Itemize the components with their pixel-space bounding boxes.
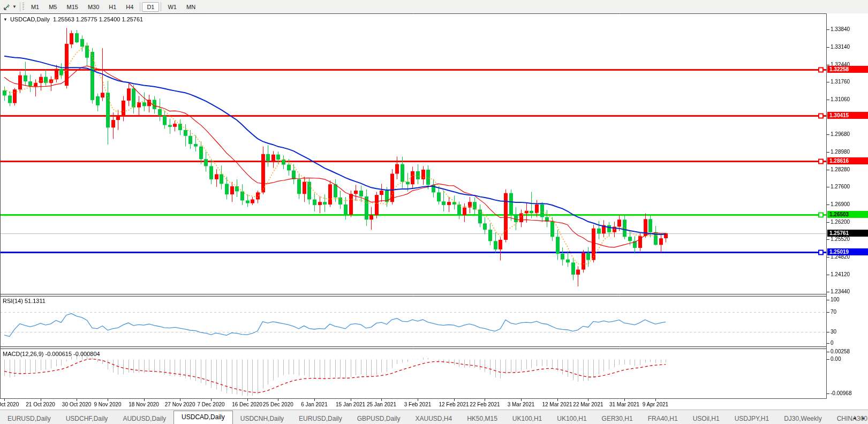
date-tick-label: 12 Feb 2021 bbox=[439, 402, 469, 407]
macd-level-label: -0.00968 bbox=[831, 390, 851, 396]
chart-tab-usdcnh-daily[interactable]: USDCNH,Daily bbox=[233, 413, 291, 424]
chart-tab-usoil-h1[interactable]: USOil,H1 bbox=[685, 413, 727, 424]
macd-indicator-label: MACD(12,26,9) -0.000615 -0.000804 bbox=[3, 351, 100, 357]
date-tick-label: 7 Dec 2020 bbox=[197, 402, 224, 407]
date-tick-label: 3 Feb 2021 bbox=[404, 402, 432, 407]
timeframe-toolbar: ▼ M1M5M15M30H1H4D1W1MN bbox=[0, 0, 868, 13]
price-level-badge: 1.30415 bbox=[827, 112, 868, 119]
chart-tab-ger30-h1[interactable]: GER30,H1 bbox=[594, 413, 640, 424]
chart-tab-uk100-h1[interactable]: UK100,H1 bbox=[505, 413, 549, 424]
chart-tab-usdchf-daily[interactable]: USDCHF,Daily bbox=[58, 413, 116, 424]
price-tick-label: 1.28280 bbox=[831, 166, 850, 172]
chart-ohlc-values: 1.25563 1.25775 1.25400 1.25761 bbox=[50, 16, 143, 22]
date-tick-label: 16 Dec 2020 bbox=[232, 402, 262, 407]
timeframe-button-h1[interactable]: H1 bbox=[104, 2, 121, 12]
rsi-level-label: 100 bbox=[831, 297, 840, 302]
toolbar-separator bbox=[161, 2, 161, 11]
timeframe-button-d1[interactable]: D1 bbox=[142, 2, 159, 12]
price-tick-label: 1.24120 bbox=[831, 271, 850, 277]
chart-title: ▼USDCAD,Daily 1.25563 1.25775 1.25400 1.… bbox=[3, 16, 143, 22]
tab-scroll-buttons: ◄ ► bbox=[852, 415, 866, 421]
toolbar-separator bbox=[20, 2, 20, 11]
date-tick-label: 18 Nov 2020 bbox=[129, 402, 159, 407]
toolbar-separator bbox=[140, 2, 140, 11]
chart-tab-usdcad-daily[interactable]: USDCAD,Daily bbox=[173, 411, 233, 424]
date-tick-label: 21 Oct 2020 bbox=[26, 402, 55, 407]
date-tick-label: 9 Nov 2020 bbox=[94, 402, 121, 407]
price-tick-label: 1.26200 bbox=[831, 219, 850, 225]
price-tick-label: 1.29680 bbox=[831, 131, 850, 137]
chart-tab-audusd-daily[interactable]: AUDUSD,Daily bbox=[115, 413, 173, 424]
chart-canvas[interactable] bbox=[0, 0, 868, 424]
chart-tab-xauusd-h4[interactable]: XAUUSD,H4 bbox=[407, 413, 459, 424]
date-tick-label: 12 Oct 2020 bbox=[0, 402, 19, 407]
date-tick-label: 30 Oct 2020 bbox=[62, 402, 91, 407]
chart-tab-eurusd-daily[interactable]: EURUSD,Daily bbox=[0, 413, 58, 424]
date-tick-label: 6 Jan 2021 bbox=[301, 402, 328, 407]
date-tick-label: 27 Nov 2020 bbox=[165, 402, 195, 407]
rsi-level-label: 70 bbox=[831, 309, 836, 315]
chart-tab-bar: EURUSD,DailyUSDCHF,DailyAUDUSD,DailyUSDC… bbox=[0, 410, 868, 424]
date-tick-label: 22 Feb 2021 bbox=[470, 402, 500, 407]
price-level-badge: 1.25019 bbox=[827, 248, 868, 255]
price-tick-label: 1.31760 bbox=[831, 79, 850, 85]
rsi-level-label: 0 bbox=[831, 340, 834, 346]
price-tick-label: 1.33840 bbox=[831, 26, 850, 32]
date-tick-label: 25 Dec 2020 bbox=[263, 402, 293, 407]
chart-symbol-label: USDCAD,Daily bbox=[10, 16, 50, 22]
timeframe-button-w1[interactable]: W1 bbox=[163, 2, 182, 12]
price-tick-label: 1.25520 bbox=[831, 236, 850, 242]
chart-tab-fra40-h1[interactable]: FRA40,H1 bbox=[640, 413, 685, 424]
price-level-badge: 1.28616 bbox=[827, 157, 868, 164]
dropdown-caret-icon[interactable]: ▼ bbox=[12, 4, 17, 9]
oneclick-trading-arrow-icon[interactable]: ▼ bbox=[3, 17, 7, 22]
macd-level-label: 0.00258 bbox=[831, 349, 850, 354]
chart-tab-usdjpy-h1[interactable]: USDJPY,H1 bbox=[727, 413, 776, 424]
toolbar-grip-handle[interactable] bbox=[22, 3, 24, 11]
macd-level-label: 0.00 bbox=[831, 356, 841, 362]
date-tick-label: 12 Mar 2021 bbox=[542, 402, 572, 407]
date-tick-label: 15 Jan 2021 bbox=[336, 402, 365, 407]
timeframe-button-m30[interactable]: M30 bbox=[83, 2, 104, 12]
date-tick-label: 22 Mar 2021 bbox=[573, 402, 603, 407]
timeframe-button-m15[interactable]: M15 bbox=[62, 2, 82, 12]
mt4-window: ▼ M1M5M15M30H1H4D1W1MN ▼USDCAD,Daily 1.2… bbox=[0, 0, 868, 424]
price-tick-label: 1.28980 bbox=[831, 149, 850, 155]
chart-tab-uk100-h1[interactable]: UK100,H1 bbox=[549, 413, 594, 424]
chart-cursor-icon[interactable] bbox=[2, 3, 12, 11]
date-tick-label: 25 Jan 2021 bbox=[367, 402, 396, 407]
timeframe-button-mn[interactable]: MN bbox=[182, 2, 200, 12]
date-tick-label: 9 Apr 2021 bbox=[643, 402, 668, 407]
tab-scroll-right-icon[interactable]: ► bbox=[861, 415, 866, 421]
price-tick-label: 1.27600 bbox=[831, 184, 850, 190]
timeframe-button-h4[interactable]: H4 bbox=[121, 2, 138, 12]
price-tick-label: 1.31060 bbox=[831, 96, 850, 102]
chart-tab-gbpusd-daily[interactable]: GBPUSD,Daily bbox=[350, 413, 408, 424]
price-tick-label: 1.23440 bbox=[831, 289, 850, 294]
rsi-level-label: 30 bbox=[831, 329, 836, 335]
price-tick-label: 1.33140 bbox=[831, 44, 850, 50]
price-level-badge: 1.32258 bbox=[827, 66, 868, 73]
price-tick-label: 1.26900 bbox=[831, 201, 850, 207]
rsi-indicator-label: RSI(14) 51.1311 bbox=[3, 298, 46, 304]
date-tick-label: 3 Mar 2021 bbox=[508, 402, 535, 407]
chart-tab-dj30-weekly[interactable]: DJ30,Weekly bbox=[776, 413, 829, 424]
chart-tab-hk50-m15[interactable]: HK50,M15 bbox=[459, 413, 505, 424]
timeframe-button-m5[interactable]: M5 bbox=[44, 2, 62, 12]
date-tick-label: 31 Mar 2021 bbox=[609, 402, 639, 407]
price-level-badge: 1.25761 bbox=[827, 230, 868, 237]
timeframe-button-m1[interactable]: M1 bbox=[26, 2, 44, 12]
tab-scroll-left-icon[interactable]: ◄ bbox=[852, 415, 857, 421]
chart-tab-eurusd-daily[interactable]: EURUSD,Daily bbox=[291, 413, 350, 424]
price-level-badge: 1.26503 bbox=[827, 211, 868, 218]
